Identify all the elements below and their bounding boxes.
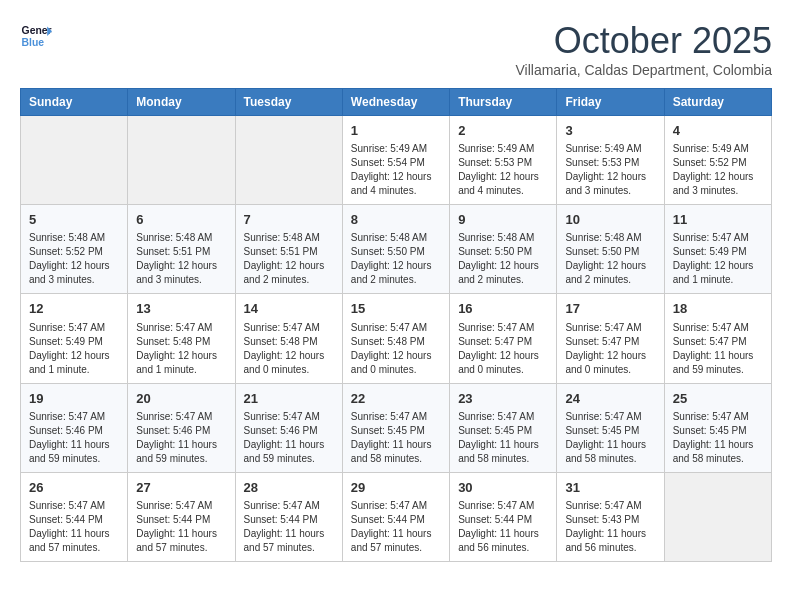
day-detail: Sunrise: 5:49 AM Sunset: 5:53 PM Dayligh… [458, 142, 548, 198]
day-number: 21 [244, 390, 334, 408]
day-detail: Sunrise: 5:47 AM Sunset: 5:48 PM Dayligh… [244, 321, 334, 377]
day-detail: Sunrise: 5:49 AM Sunset: 5:52 PM Dayligh… [673, 142, 763, 198]
day-number: 18 [673, 300, 763, 318]
calendar-header-row: SundayMondayTuesdayWednesdayThursdayFrid… [21, 89, 772, 116]
calendar-cell: 13Sunrise: 5:47 AM Sunset: 5:48 PM Dayli… [128, 294, 235, 383]
day-detail: Sunrise: 5:47 AM Sunset: 5:46 PM Dayligh… [29, 410, 119, 466]
calendar-cell [664, 472, 771, 561]
day-number: 8 [351, 211, 441, 229]
calendar-cell: 6Sunrise: 5:48 AM Sunset: 5:51 PM Daylig… [128, 205, 235, 294]
calendar-table: SundayMondayTuesdayWednesdayThursdayFrid… [20, 88, 772, 562]
day-detail: Sunrise: 5:47 AM Sunset: 5:47 PM Dayligh… [458, 321, 548, 377]
day-number: 20 [136, 390, 226, 408]
calendar-cell: 25Sunrise: 5:47 AM Sunset: 5:45 PM Dayli… [664, 383, 771, 472]
day-detail: Sunrise: 5:48 AM Sunset: 5:50 PM Dayligh… [458, 231, 548, 287]
calendar-cell: 18Sunrise: 5:47 AM Sunset: 5:47 PM Dayli… [664, 294, 771, 383]
day-detail: Sunrise: 5:49 AM Sunset: 5:53 PM Dayligh… [565, 142, 655, 198]
day-detail: Sunrise: 5:47 AM Sunset: 5:45 PM Dayligh… [565, 410, 655, 466]
day-number: 24 [565, 390, 655, 408]
month-title: October 2025 [515, 20, 772, 62]
day-detail: Sunrise: 5:47 AM Sunset: 5:44 PM Dayligh… [351, 499, 441, 555]
day-detail: Sunrise: 5:48 AM Sunset: 5:50 PM Dayligh… [351, 231, 441, 287]
day-detail: Sunrise: 5:47 AM Sunset: 5:44 PM Dayligh… [244, 499, 334, 555]
day-header-saturday: Saturday [664, 89, 771, 116]
calendar-cell: 8Sunrise: 5:48 AM Sunset: 5:50 PM Daylig… [342, 205, 449, 294]
calendar-cell: 12Sunrise: 5:47 AM Sunset: 5:49 PM Dayli… [21, 294, 128, 383]
day-detail: Sunrise: 5:48 AM Sunset: 5:50 PM Dayligh… [565, 231, 655, 287]
day-number: 16 [458, 300, 548, 318]
day-number: 15 [351, 300, 441, 318]
day-detail: Sunrise: 5:47 AM Sunset: 5:46 PM Dayligh… [244, 410, 334, 466]
calendar-week-row: 5Sunrise: 5:48 AM Sunset: 5:52 PM Daylig… [21, 205, 772, 294]
day-number: 25 [673, 390, 763, 408]
day-number: 2 [458, 122, 548, 140]
day-detail: Sunrise: 5:48 AM Sunset: 5:51 PM Dayligh… [136, 231, 226, 287]
day-header-wednesday: Wednesday [342, 89, 449, 116]
day-detail: Sunrise: 5:47 AM Sunset: 5:44 PM Dayligh… [458, 499, 548, 555]
calendar-cell: 22Sunrise: 5:47 AM Sunset: 5:45 PM Dayli… [342, 383, 449, 472]
calendar-cell: 11Sunrise: 5:47 AM Sunset: 5:49 PM Dayli… [664, 205, 771, 294]
day-detail: Sunrise: 5:47 AM Sunset: 5:44 PM Dayligh… [29, 499, 119, 555]
calendar-week-row: 19Sunrise: 5:47 AM Sunset: 5:46 PM Dayli… [21, 383, 772, 472]
day-detail: Sunrise: 5:47 AM Sunset: 5:46 PM Dayligh… [136, 410, 226, 466]
day-header-thursday: Thursday [450, 89, 557, 116]
calendar-cell: 17Sunrise: 5:47 AM Sunset: 5:47 PM Dayli… [557, 294, 664, 383]
day-number: 13 [136, 300, 226, 318]
header: General Blue October 2025 Villamaria, Ca… [20, 20, 772, 78]
calendar-week-row: 1Sunrise: 5:49 AM Sunset: 5:54 PM Daylig… [21, 116, 772, 205]
day-number: 3 [565, 122, 655, 140]
calendar-cell: 10Sunrise: 5:48 AM Sunset: 5:50 PM Dayli… [557, 205, 664, 294]
day-number: 12 [29, 300, 119, 318]
calendar-cell: 19Sunrise: 5:47 AM Sunset: 5:46 PM Dayli… [21, 383, 128, 472]
svg-text:Blue: Blue [22, 37, 45, 48]
day-detail: Sunrise: 5:47 AM Sunset: 5:47 PM Dayligh… [565, 321, 655, 377]
day-detail: Sunrise: 5:47 AM Sunset: 5:49 PM Dayligh… [673, 231, 763, 287]
calendar-cell: 29Sunrise: 5:47 AM Sunset: 5:44 PM Dayli… [342, 472, 449, 561]
calendar-cell: 27Sunrise: 5:47 AM Sunset: 5:44 PM Dayli… [128, 472, 235, 561]
day-number: 27 [136, 479, 226, 497]
day-number: 1 [351, 122, 441, 140]
day-detail: Sunrise: 5:48 AM Sunset: 5:51 PM Dayligh… [244, 231, 334, 287]
day-number: 11 [673, 211, 763, 229]
day-number: 14 [244, 300, 334, 318]
calendar-cell: 21Sunrise: 5:47 AM Sunset: 5:46 PM Dayli… [235, 383, 342, 472]
day-number: 6 [136, 211, 226, 229]
day-detail: Sunrise: 5:47 AM Sunset: 5:48 PM Dayligh… [351, 321, 441, 377]
calendar-cell: 20Sunrise: 5:47 AM Sunset: 5:46 PM Dayli… [128, 383, 235, 472]
day-number: 9 [458, 211, 548, 229]
calendar-cell: 31Sunrise: 5:47 AM Sunset: 5:43 PM Dayli… [557, 472, 664, 561]
day-number: 29 [351, 479, 441, 497]
day-number: 4 [673, 122, 763, 140]
day-number: 23 [458, 390, 548, 408]
calendar-cell: 16Sunrise: 5:47 AM Sunset: 5:47 PM Dayli… [450, 294, 557, 383]
calendar-cell: 9Sunrise: 5:48 AM Sunset: 5:50 PM Daylig… [450, 205, 557, 294]
day-number: 28 [244, 479, 334, 497]
day-number: 31 [565, 479, 655, 497]
day-header-sunday: Sunday [21, 89, 128, 116]
day-detail: Sunrise: 5:47 AM Sunset: 5:47 PM Dayligh… [673, 321, 763, 377]
calendar-cell: 5Sunrise: 5:48 AM Sunset: 5:52 PM Daylig… [21, 205, 128, 294]
calendar-cell: 26Sunrise: 5:47 AM Sunset: 5:44 PM Dayli… [21, 472, 128, 561]
day-number: 30 [458, 479, 548, 497]
calendar-cell [128, 116, 235, 205]
day-detail: Sunrise: 5:49 AM Sunset: 5:54 PM Dayligh… [351, 142, 441, 198]
logo-icon: General Blue [20, 20, 52, 52]
day-number: 19 [29, 390, 119, 408]
day-detail: Sunrise: 5:48 AM Sunset: 5:52 PM Dayligh… [29, 231, 119, 287]
calendar-week-row: 12Sunrise: 5:47 AM Sunset: 5:49 PM Dayli… [21, 294, 772, 383]
day-detail: Sunrise: 5:47 AM Sunset: 5:45 PM Dayligh… [458, 410, 548, 466]
day-header-tuesday: Tuesday [235, 89, 342, 116]
day-number: 7 [244, 211, 334, 229]
calendar-cell: 24Sunrise: 5:47 AM Sunset: 5:45 PM Dayli… [557, 383, 664, 472]
calendar-cell: 30Sunrise: 5:47 AM Sunset: 5:44 PM Dayli… [450, 472, 557, 561]
day-number: 10 [565, 211, 655, 229]
day-detail: Sunrise: 5:47 AM Sunset: 5:45 PM Dayligh… [673, 410, 763, 466]
calendar-cell: 3Sunrise: 5:49 AM Sunset: 5:53 PM Daylig… [557, 116, 664, 205]
calendar-cell: 23Sunrise: 5:47 AM Sunset: 5:45 PM Dayli… [450, 383, 557, 472]
calendar-cell: 2Sunrise: 5:49 AM Sunset: 5:53 PM Daylig… [450, 116, 557, 205]
day-detail: Sunrise: 5:47 AM Sunset: 5:44 PM Dayligh… [136, 499, 226, 555]
logo: General Blue [20, 20, 52, 52]
title-area: October 2025 Villamaria, Caldas Departme… [515, 20, 772, 78]
calendar-cell: 14Sunrise: 5:47 AM Sunset: 5:48 PM Dayli… [235, 294, 342, 383]
day-number: 26 [29, 479, 119, 497]
